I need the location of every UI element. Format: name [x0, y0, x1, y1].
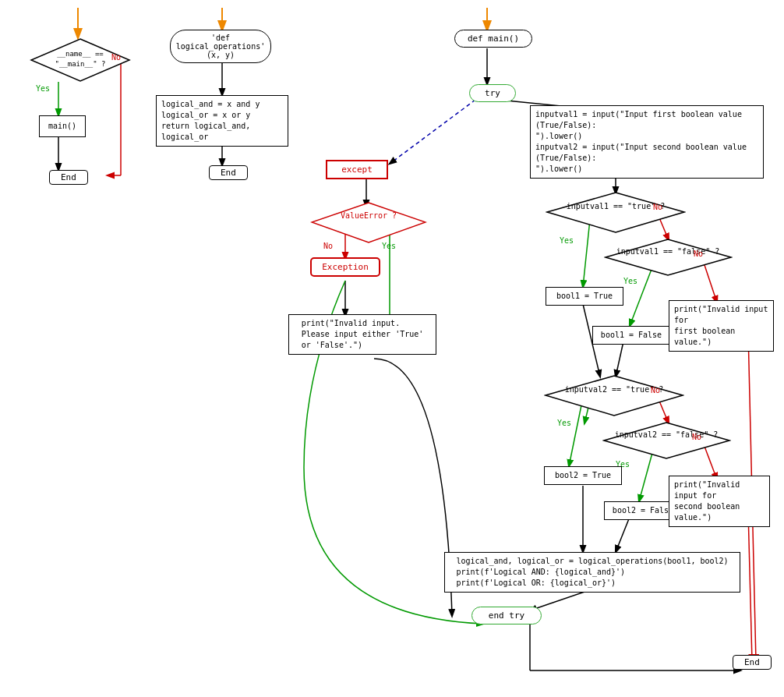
svg-line-12 [390, 100, 475, 164]
svg-text:inputval1 == "true" ?: inputval1 == "true" ? [567, 202, 665, 211]
bool2-true-box: bool2 = True [544, 466, 622, 485]
svg-text:inputval1 == "false" ?: inputval1 == "false" ? [616, 247, 719, 256]
svg-marker-39 [312, 203, 426, 242]
yes-label-main: Yes [36, 84, 50, 93]
def-main-box: def main() [454, 30, 532, 48]
main0-box: main() [39, 115, 86, 137]
svg-text:"__main__" ?: "__main__" ? [55, 60, 105, 68]
except-box: except [326, 160, 388, 179]
yes-label-iv1: Yes [560, 236, 574, 245]
svg-line-30 [616, 517, 630, 552]
def-logical-box: 'def logical_operations'(x, y) [170, 30, 271, 63]
print-invalid-box: print("Invalid input.Please input either… [288, 314, 436, 355]
print-invalid1-box: print("Invalid input forfirst boolean va… [669, 300, 774, 352]
svg-line-23 [616, 341, 623, 377]
no-label-iv1: No [653, 203, 662, 211]
end3-box: End [733, 655, 772, 670]
inputval1-true-diamond: inputval1 == "true" ? [546, 191, 686, 234]
no-label-iv2: No [651, 386, 660, 394]
inputval1-false-diamond: inputval1 == "false" ? [604, 238, 733, 277]
end-try-box: end try [471, 607, 542, 624]
svg-line-31 [748, 511, 752, 661]
svg-text:inputval2 == "false" ?: inputval2 == "false" ? [615, 430, 718, 439]
svg-text:ValueError ?: ValueError ? [341, 211, 397, 220]
exception-box: Exception [310, 257, 380, 277]
try-box: try [469, 84, 516, 102]
valueerror-diamond: ValueError ? [310, 201, 427, 244]
logical-call-box: logical_and, logical_or = logical_operat… [444, 552, 740, 593]
svg-text:inputval2 == "true" ?: inputval2 == "true" ? [565, 385, 663, 394]
svg-marker-45 [546, 376, 683, 416]
inputval2-false-diamond: inputval2 == "false" ? [602, 421, 731, 460]
flowchart-canvas: __name__ == "__main__" ? Yes No main() E… [0, 0, 784, 697]
bool1-true-box: bool1 = True [546, 287, 623, 306]
end2-box: End [209, 165, 248, 180]
svg-marker-47 [604, 423, 729, 458]
inputval2-true-diamond: inputval2 == "true" ? [544, 374, 684, 417]
no-label-main: No [111, 53, 121, 62]
no-label-ve: No [323, 242, 333, 250]
end1-box: End [49, 170, 88, 185]
yes-label-iv1f: Yes [623, 277, 637, 285]
input-block-box: inputval1 = input("Input first boolean v… [530, 105, 764, 179]
no-label-iv2f: No [692, 433, 701, 441]
print-invalid2-box: print("Invalid input forsecond boolean v… [669, 476, 770, 527]
svg-text:__name__ ==: __name__ == [57, 50, 104, 58]
svg-marker-41 [547, 193, 684, 232]
bool1-false-box: bool1 = False [592, 326, 670, 345]
svg-marker-43 [606, 239, 731, 275]
no-label-iv1f: No [694, 249, 703, 258]
yes-label-ve: Yes [382, 242, 396, 250]
yes-label-iv2: Yes [557, 419, 571, 427]
logical-body-box: logical_and = x and y logical_or = x or … [156, 95, 288, 147]
